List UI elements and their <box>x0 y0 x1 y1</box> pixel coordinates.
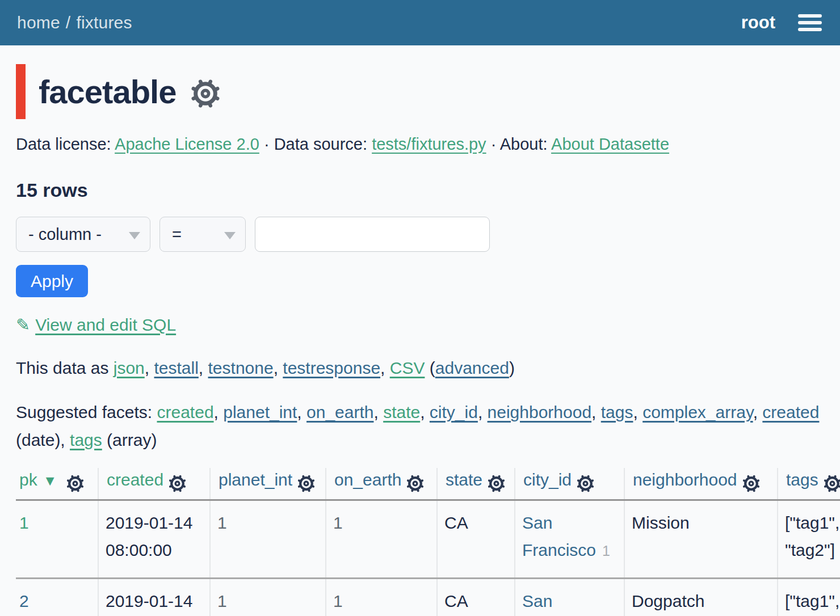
breadcrumb-home-link[interactable]: home <box>17 13 60 32</box>
facet-link-planet-int[interactable]: planet_int <box>223 403 297 421</box>
column-options-gear-icon[interactable] <box>297 472 315 491</box>
facet-text: , <box>297 403 306 421</box>
metadata-text: · <box>259 135 274 153</box>
facet-link-created[interactable]: created <box>762 403 819 421</box>
cell-link-pk[interactable]: 1 <box>19 513 29 532</box>
export-text: ) <box>509 358 515 377</box>
column-header-link-neighborhood[interactable]: neighborhood <box>633 470 737 489</box>
column-options-gear-icon[interactable] <box>577 472 594 491</box>
filter-operator-select[interactable]: = <box>159 217 246 252</box>
apply-button[interactable]: Apply <box>16 265 88 297</box>
cell-tags: ["tag1", "tag2"] <box>778 500 840 578</box>
logged-in-user[interactable]: root <box>741 12 775 33</box>
top-nav: home/fixtures root <box>0 0 840 45</box>
column-header-link-created[interactable]: created <box>107 470 163 489</box>
filter-value-input[interactable] <box>255 217 490 252</box>
export-text: , <box>199 358 208 377</box>
metadata-text: Data license: <box>16 135 115 153</box>
export-link-testall[interactable]: testall <box>154 358 198 377</box>
cell-link-city-id[interactable]: San Francisco <box>522 592 596 616</box>
filter-column-select[interactable]: - column - <box>16 217 150 252</box>
data-table-container: pk▼ created planet_int on_earth state ci… <box>16 468 840 616</box>
column-options-gear-icon[interactable] <box>169 472 186 491</box>
cell-tags: ["tag1", "tag3"] <box>778 578 840 616</box>
sort-desc-icon: ▼ <box>43 472 57 488</box>
export-link-advanced[interactable]: advanced <box>435 358 509 377</box>
facet-link-city-id[interactable]: city_id <box>430 403 478 421</box>
breadcrumb: home/fixtures <box>17 13 132 32</box>
facet-link-complex-array[interactable]: complex_array <box>642 403 753 421</box>
export-link-csv[interactable]: CSV <box>390 358 425 377</box>
column-header-link-state[interactable]: state <box>446 470 482 489</box>
column-header-planet-int: planet_int <box>210 468 326 500</box>
cell-value-created: 2019-01-14 08:00:00 <box>106 513 192 559</box>
data-table: pk▼ created planet_int on_earth state ci… <box>16 468 840 616</box>
metadata-line: Data license: Apache License 2.0 · Data … <box>16 135 824 154</box>
cell-link-pk[interactable]: 2 <box>19 592 29 610</box>
export-link-json[interactable]: json <box>114 358 145 377</box>
cell-value-tags: ["tag1", "tag3"] <box>785 592 839 616</box>
facet-text: , <box>633 403 642 421</box>
column-header-link-planet-int[interactable]: planet_int <box>219 470 292 489</box>
export-text: ( <box>425 358 435 377</box>
metadata-link-about-datasette[interactable]: About Datasette <box>551 135 669 153</box>
column-options-gear-icon[interactable] <box>66 472 84 491</box>
cell-on-earth: 1 <box>326 500 437 578</box>
column-options-gear-icon[interactable] <box>488 472 505 491</box>
column-options-gear-icon[interactable] <box>742 472 760 491</box>
title-accent-bar <box>16 64 26 119</box>
pencil-icon: ✎ <box>16 315 30 334</box>
column-header-on-earth: on_earth <box>326 468 437 500</box>
cell-neighborhood: Dogpatch <box>624 578 778 616</box>
metadata-text: About: <box>500 135 551 153</box>
table-settings-gear-icon[interactable] <box>191 79 220 108</box>
column-options-gear-icon[interactable] <box>406 472 424 491</box>
cell-planet-int: 1 <box>210 578 326 616</box>
column-header-neighborhood: neighborhood <box>624 468 778 500</box>
column-header-link-pk[interactable]: pk <box>19 470 37 489</box>
facet-link-tags[interactable]: tags <box>70 431 102 449</box>
column-options-gear-icon[interactable] <box>824 472 840 491</box>
facet-text: (date), <box>16 431 70 449</box>
facet-link-neighborhood[interactable]: neighborhood <box>488 403 592 421</box>
breadcrumb-database-link[interactable]: fixtures <box>76 13 132 32</box>
cell-value-planet-int: 1 <box>217 513 227 532</box>
hamburger-menu-icon[interactable] <box>798 14 822 31</box>
column-header-link-city-id[interactable]: city_id <box>523 470 572 489</box>
facet-text: (array) <box>102 431 157 449</box>
cell-state: CA <box>437 578 515 616</box>
export-text: , <box>274 358 283 377</box>
cell-city-id: San Francisco1 <box>515 578 624 616</box>
facet-text: , <box>753 403 763 421</box>
metadata-link-apache-license-2-0[interactable]: Apache License 2.0 <box>115 135 259 153</box>
facet-link-created[interactable]: created <box>157 403 214 421</box>
facet-text: , <box>478 403 488 421</box>
column-header-state: state <box>437 468 515 500</box>
breadcrumb-separator: / <box>66 13 71 32</box>
column-header-link-tags[interactable]: tags <box>786 470 818 489</box>
table-row: 12019-01-14 08:00:0011CASan Francisco1Mi… <box>16 500 840 578</box>
metadata-link-tests-fixtures-py[interactable]: tests/fixtures.py <box>372 135 486 153</box>
export-link-testnone[interactable]: testnone <box>208 358 274 377</box>
view-edit-sql-link[interactable]: View and edit SQL <box>35 315 176 334</box>
facet-link-state[interactable]: state <box>383 403 420 421</box>
sql-link-row: ✎View and edit SQL <box>16 315 824 335</box>
cell-value-on-earth: 1 <box>333 513 343 532</box>
export-text: This data as <box>16 358 114 377</box>
column-header-city-id: city_id <box>515 468 624 500</box>
facet-text: , <box>373 403 383 421</box>
cell-value-state: CA <box>444 592 468 610</box>
column-header-link-on-earth[interactable]: on_earth <box>334 470 401 489</box>
cell-link-city-id[interactable]: San Francisco <box>522 513 596 559</box>
cell-planet-int: 1 <box>210 500 326 578</box>
column-header-pk: pk▼ <box>16 468 98 500</box>
export-text: , <box>380 358 390 377</box>
table-row: 22019-01-14 08:00:0011CASan Francisco1Do… <box>16 578 840 616</box>
filter-column-select-value: - column - <box>28 225 102 244</box>
row-count-heading: 15 rows <box>16 179 824 201</box>
facet-link-tags[interactable]: tags <box>601 403 633 421</box>
facet-link-on-earth[interactable]: on_earth <box>306 403 373 421</box>
export-link-testresponse[interactable]: testresponse <box>283 358 380 377</box>
export-formats-line: This data as json, testall, testnone, te… <box>16 358 824 378</box>
cell-neighborhood: Mission <box>624 500 778 578</box>
